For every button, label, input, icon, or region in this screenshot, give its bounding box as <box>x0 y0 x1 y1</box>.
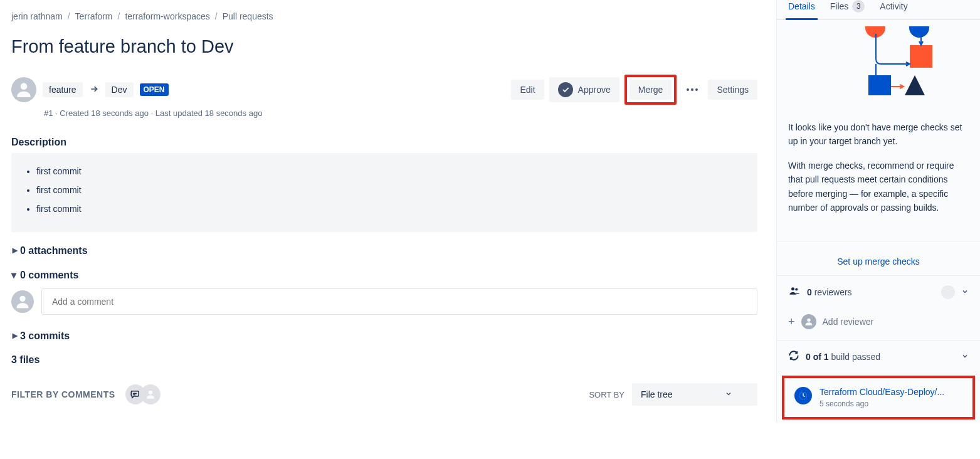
build-name: Terraform Cloud/Easy-Deploy/... <box>819 387 962 397</box>
check-circle-icon <box>558 82 573 97</box>
setup-merge-checks-link[interactable]: Set up merge checks <box>777 248 980 275</box>
edit-button[interactable]: Edit <box>511 80 544 100</box>
sort-label: SORT BY <box>589 390 624 399</box>
attachments-toggle[interactable]: ▾ 0 attachments <box>11 245 757 256</box>
branch-info: feature Dev OPEN <box>43 82 169 97</box>
attachments-label: 0 attachments <box>20 245 88 256</box>
current-user-avatar <box>11 290 34 313</box>
comments-toggle[interactable]: ▾ 0 comments <box>11 269 757 281</box>
svg-rect-5 <box>910 45 932 68</box>
builds-title: 0 of 1 build passed <box>806 352 955 362</box>
chevron-right-icon: ▾ <box>8 248 20 253</box>
commits-label: 3 commits <box>20 330 70 342</box>
svg-rect-6 <box>868 75 891 95</box>
approve-label: Approve <box>578 85 611 95</box>
breadcrumb-separator: / <box>118 11 120 21</box>
breadcrumb-project[interactable]: Terraform <box>75 11 113 21</box>
chevron-down-icon: ▾ <box>11 269 16 281</box>
approve-button[interactable]: Approve <box>549 77 619 102</box>
merge-checks-text-2: With merge checks, recommend or require … <box>788 159 969 215</box>
chevron-down-icon[interactable] <box>961 287 969 297</box>
target-branch[interactable]: Dev <box>105 82 134 97</box>
svg-point-10 <box>807 319 810 322</box>
reviewer-avatar-placeholder <box>941 285 955 299</box>
tab-activity[interactable]: Activity <box>877 0 910 19</box>
plus-icon: + <box>788 315 795 329</box>
merge-button[interactable]: Merge <box>630 80 672 100</box>
description-item: first commit <box>36 181 744 199</box>
settings-button[interactable]: Settings <box>708 80 757 100</box>
svg-point-2 <box>149 391 152 394</box>
description-item: first commit <box>36 199 744 218</box>
sort-value: File tree <box>641 389 673 399</box>
comment-input[interactable] <box>41 288 757 315</box>
files-label: 3 files <box>11 354 757 366</box>
breadcrumb-separator: / <box>215 11 218 21</box>
comments-label: 0 comments <box>20 270 78 281</box>
chevron-right-icon: ▾ <box>8 334 20 339</box>
svg-point-8 <box>791 288 794 291</box>
dots-icon <box>687 88 698 91</box>
files-count-badge: 3 <box>852 0 865 13</box>
description-heading: Description <box>11 137 757 148</box>
description-box: first commit first commit first commit <box>11 153 757 232</box>
merge-highlight: Merge <box>624 75 677 105</box>
merge-checks-illustration <box>777 20 980 110</box>
more-actions-button[interactable] <box>682 83 703 96</box>
status-badge: OPEN <box>140 83 169 96</box>
clock-icon <box>794 387 812 404</box>
reviewers-section[interactable]: 0 reviewers <box>777 275 980 308</box>
source-branch[interactable]: feature <box>43 82 83 97</box>
svg-point-1 <box>19 296 25 302</box>
tab-details[interactable]: Details <box>786 0 818 20</box>
pr-title: From feature branch to Dev <box>11 36 757 57</box>
builds-section[interactable]: 0 of 1 build passed <box>777 340 980 372</box>
chevron-down-icon[interactable] <box>961 352 969 362</box>
tab-files[interactable]: Files 3 <box>828 0 868 19</box>
refresh-icon <box>788 350 799 363</box>
breadcrumb: jerin rathnam / Terraform / terraform-wo… <box>11 11 757 21</box>
build-item[interactable]: Terraform Cloud/Easy-Deploy/... 5 second… <box>782 376 975 419</box>
arrow-right-icon <box>89 84 99 96</box>
breadcrumb-owner[interactable]: jerin rathnam <box>11 11 63 21</box>
breadcrumb-repo[interactable]: terraform-workspaces <box>125 11 209 21</box>
pr-meta: #1 · Created 18 seconds ago · Last updat… <box>44 108 757 118</box>
author-avatar[interactable] <box>11 77 36 102</box>
reviewers-icon <box>788 285 801 299</box>
build-time: 5 seconds ago <box>819 399 962 408</box>
merge-checks-text-1: It looks like you don't have merge check… <box>788 120 969 149</box>
svg-point-0 <box>21 83 28 90</box>
breadcrumb-section[interactable]: Pull requests <box>223 11 273 21</box>
filter-user-icon[interactable] <box>140 384 161 404</box>
user-icon <box>801 314 816 329</box>
add-reviewer-label: Add reviewer <box>823 317 874 327</box>
sort-select[interactable]: File tree <box>632 383 757 406</box>
chevron-down-icon <box>725 389 732 399</box>
svg-point-9 <box>795 288 798 291</box>
reviewers-title: 0 reviewers <box>807 287 935 297</box>
svg-point-4 <box>909 26 929 38</box>
svg-marker-7 <box>904 75 926 95</box>
breadcrumb-separator: / <box>68 11 70 21</box>
commits-toggle[interactable]: ▾ 3 commits <box>11 330 757 342</box>
sidebar-tabs: Details Files 3 Activity <box>777 0 980 20</box>
description-item: first commit <box>36 162 744 181</box>
filter-label: FILTER BY COMMENTS <box>11 389 115 399</box>
add-reviewer-button[interactable]: + Add reviewer <box>777 308 980 340</box>
